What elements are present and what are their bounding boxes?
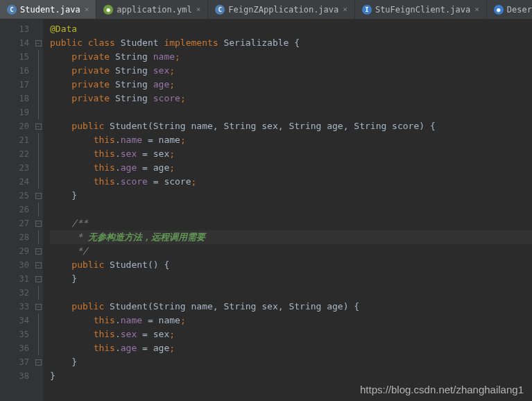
code-line: private String score; — [50, 92, 532, 105]
line-number: 36 — [0, 341, 29, 355]
code-line: public Student(String name, String sex, … — [50, 119, 532, 133]
close-icon[interactable]: × — [196, 5, 201, 14]
fold-cell — [33, 369, 43, 383]
line-number: 26 — [0, 203, 29, 216]
fold-toggle-icon[interactable]: − — [35, 193, 42, 199]
editor-area: 1314151617181920@21222324252627282930@31… — [0, 19, 532, 401]
fold-cell — [33, 161, 43, 175]
yml-icon: ● — [103, 5, 113, 15]
line-number: 14 — [0, 36, 29, 50]
tab-stufeignclient[interactable]: I StuFeignClient.java × — [355, 0, 487, 19]
code-line: this.age = age; — [50, 161, 532, 175]
code-line: } — [50, 189, 532, 203]
line-number: 35 — [0, 327, 29, 341]
fold-cell — [33, 50, 43, 64]
code-line: } — [50, 355, 532, 369]
line-number: 29 — [0, 244, 29, 258]
java-class-icon: C — [7, 5, 17, 15]
fold-toggle-icon[interactable]: − — [35, 304, 42, 310]
code-line — [50, 203, 532, 216]
code-line: private String age; — [50, 78, 532, 92]
fold-gutter: −−−−−−−−− — [33, 19, 43, 401]
fold-toggle-icon[interactable]: − — [35, 262, 42, 268]
fold-cell — [33, 286, 43, 300]
code-line: } — [50, 272, 532, 286]
fold-cell — [33, 175, 43, 189]
code-line: */ — [50, 244, 532, 258]
code-line: @Data — [50, 22, 532, 36]
fold-cell: − — [33, 216, 43, 230]
line-number: 13 — [0, 22, 29, 36]
line-number: 28 — [0, 230, 29, 244]
fold-toggle-icon[interactable]: − — [35, 359, 42, 366]
tab-student-java[interactable]: C Student.java × — [0, 0, 96, 19]
fold-cell: − — [33, 258, 43, 272]
line-number: 24 — [0, 175, 29, 189]
fold-toggle-icon[interactable]: − — [35, 40, 42, 46]
code-line — [50, 286, 532, 300]
tab-label: DeserializationContext.ja — [507, 5, 532, 15]
fold-cell: − — [33, 272, 43, 286]
line-number: 38 — [0, 369, 29, 383]
fold-cell — [33, 64, 43, 78]
code-line: private String name; — [50, 50, 532, 64]
fold-cell — [33, 314, 43, 327]
fold-cell: − — [33, 300, 43, 314]
code-line: this.name = name; — [50, 133, 532, 147]
line-number: 31 — [0, 272, 29, 286]
fold-cell — [33, 22, 43, 36]
code-line: private String sex; — [50, 64, 532, 78]
fold-cell — [33, 92, 43, 105]
line-number: 33@ — [0, 300, 29, 314]
line-number-gutter: 1314151617181920@21222324252627282930@31… — [0, 19, 33, 401]
fold-cell: − — [33, 355, 43, 369]
line-number: 25 — [0, 189, 29, 203]
code-area[interactable]: @Data public class Student implements Se… — [43, 19, 532, 401]
line-number: 32 — [0, 286, 29, 300]
watermark-text: https://blog.csdn.net/zhanghailang1 — [360, 384, 524, 395]
fold-cell: − — [33, 119, 43, 133]
code-line: this.name = name; — [50, 314, 532, 327]
tab-application-yml[interactable]: ● application.yml × — [96, 0, 208, 19]
fold-toggle-icon[interactable]: − — [35, 123, 42, 130]
fold-cell — [33, 230, 43, 244]
line-number: 30@ — [0, 258, 29, 272]
close-icon[interactable]: × — [474, 5, 479, 14]
line-number: 21 — [0, 133, 29, 147]
tab-label: Student.java — [20, 5, 80, 15]
code-line: * 无参构造方法，远程调用需要 — [50, 230, 532, 244]
tab-label: FeignZApplication.java — [228, 5, 338, 15]
tab-label: StuFeignClient.java — [375, 5, 470, 15]
close-icon[interactable]: × — [85, 5, 89, 14]
close-icon[interactable]: × — [343, 5, 347, 14]
code-line: public Student(String name, String sex, … — [50, 300, 532, 314]
fold-cell — [33, 341, 43, 355]
code-line: } — [50, 369, 532, 383]
editor-tabs: C Student.java × ● application.yml × C F… — [0, 0, 532, 19]
line-number: 27 — [0, 216, 29, 230]
line-number: 18 — [0, 92, 29, 105]
line-number: 22 — [0, 147, 29, 161]
fold-toggle-icon[interactable]: − — [35, 221, 42, 227]
tab-feignz-application[interactable]: C FeignZApplication.java × — [208, 0, 355, 19]
code-line: public class Student implements Serializ… — [50, 36, 532, 50]
fold-cell — [33, 147, 43, 161]
fold-cell — [33, 105, 43, 119]
code-line: this.age = age; — [50, 341, 532, 355]
code-line: /** — [50, 216, 532, 230]
code-line: public Student() { — [50, 258, 532, 272]
line-number: 16 — [0, 64, 29, 78]
code-line: this.sex = sex; — [50, 327, 532, 341]
java-interface-icon: I — [362, 5, 372, 15]
line-number: 37 — [0, 355, 29, 369]
fold-toggle-icon[interactable]: − — [35, 276, 42, 282]
code-line — [50, 105, 532, 119]
line-number: 17 — [0, 78, 29, 92]
tab-deserialization[interactable]: ● DeserializationContext.ja — [487, 0, 532, 19]
fold-toggle-icon[interactable]: − — [35, 248, 42, 255]
java-class-icon: ● — [494, 5, 504, 15]
line-number: 19 — [0, 105, 29, 119]
tab-label: application.yml — [117, 5, 191, 15]
fold-cell: − — [33, 244, 43, 258]
fold-cell — [33, 78, 43, 92]
